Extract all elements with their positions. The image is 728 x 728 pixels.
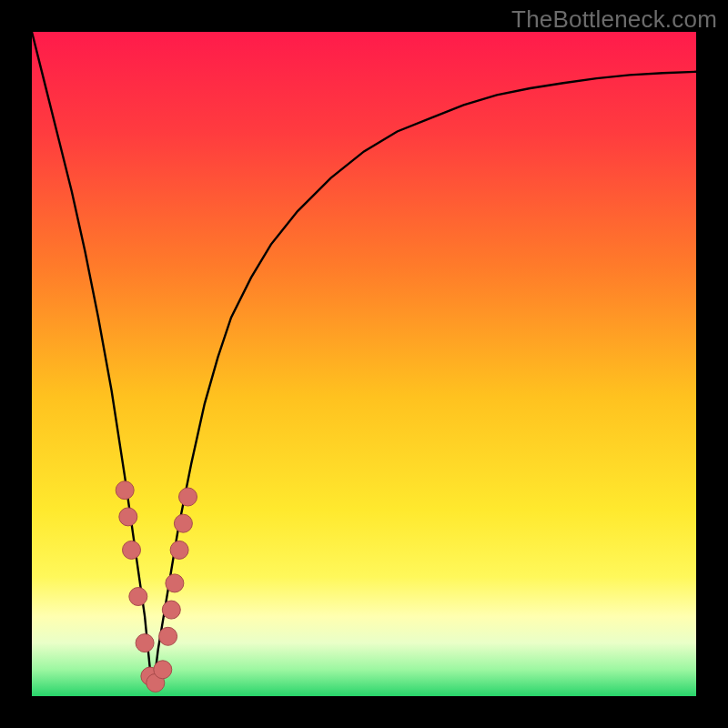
highlight-marker [129,588,147,606]
highlight-marker [123,541,141,559]
highlight-marker [136,634,154,652]
highlight-marker [159,627,177,645]
highlight-marker [162,601,180,619]
chart-frame: TheBottleneck.com [0,0,728,728]
watermark-text: TheBottleneck.com [511,5,717,34]
highlight-marker [154,661,172,679]
plot-area [32,32,696,696]
highlight-marker [116,481,134,500]
highlight-marker [170,541,188,559]
highlight-marker [119,508,137,526]
bottleneck-curve [32,32,696,682]
highlight-marker [174,514,192,532]
highlight-marker [179,488,197,506]
highlight-marker [166,574,184,592]
curve-layer [32,32,696,696]
